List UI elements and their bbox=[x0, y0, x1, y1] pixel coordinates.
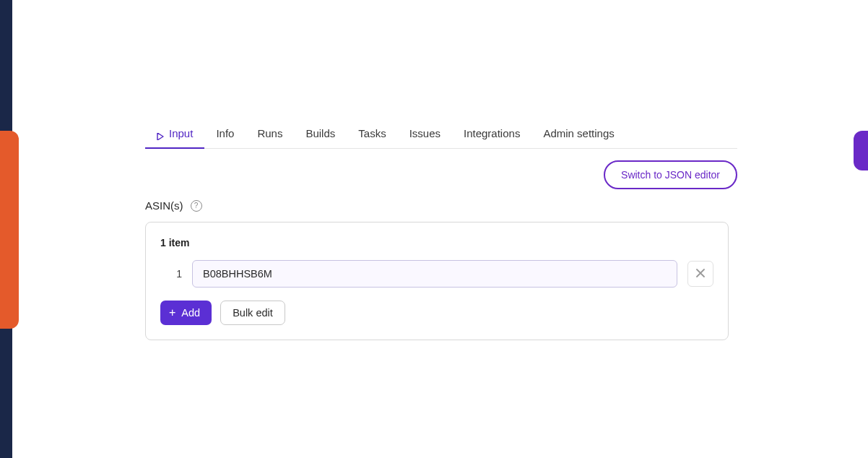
asin-input[interactable] bbox=[192, 260, 677, 288]
svg-marker-0 bbox=[157, 133, 163, 140]
play-icon bbox=[157, 130, 164, 137]
tab-builds[interactable]: Builds bbox=[294, 119, 347, 148]
items-card: 1 item 1 + Add Bulk edit bbox=[145, 222, 729, 340]
tab-label: Integrations bbox=[464, 127, 520, 139]
remove-item-button[interactable] bbox=[687, 261, 713, 287]
tab-input[interactable]: Input bbox=[145, 119, 204, 148]
tab-label: Input bbox=[169, 127, 193, 139]
orange-side-tab[interactable] bbox=[0, 131, 19, 329]
add-label: Add bbox=[181, 307, 200, 319]
field-label-row: ASIN(s) ? bbox=[145, 199, 737, 212]
tab-label: Issues bbox=[409, 127, 440, 139]
close-icon bbox=[696, 267, 705, 280]
bulk-edit-button[interactable]: Bulk edit bbox=[220, 301, 285, 325]
tab-label: Builds bbox=[305, 127, 335, 139]
tab-integrations[interactable]: Integrations bbox=[452, 119, 531, 148]
items-count: 1 item bbox=[160, 237, 713, 249]
toolbar: Switch to JSON editor bbox=[145, 160, 737, 189]
field-label: ASIN(s) bbox=[145, 199, 183, 212]
tab-runs[interactable]: Runs bbox=[246, 119, 294, 148]
tab-info[interactable]: Info bbox=[204, 119, 246, 148]
help-icon[interactable]: ? bbox=[191, 200, 202, 212]
tab-admin-settings[interactable]: Admin settings bbox=[531, 119, 625, 148]
tab-label: Tasks bbox=[358, 127, 386, 139]
tab-tasks[interactable]: Tasks bbox=[347, 119, 397, 148]
item-number: 1 bbox=[160, 268, 182, 280]
item-actions: + Add Bulk edit bbox=[160, 301, 713, 325]
purple-right-tab[interactable] bbox=[854, 131, 868, 170]
switch-json-button[interactable]: Switch to JSON editor bbox=[604, 160, 737, 189]
item-row: 1 bbox=[160, 260, 713, 288]
tab-label: Runs bbox=[257, 127, 282, 139]
main-content: Input Info Runs Builds Tasks Issues Inte… bbox=[145, 119, 737, 340]
plus-icon: + bbox=[169, 307, 175, 319]
tab-bar: Input Info Runs Builds Tasks Issues Inte… bbox=[145, 119, 737, 149]
tab-label: Admin settings bbox=[543, 127, 614, 139]
add-button[interactable]: + Add bbox=[160, 301, 212, 325]
tab-issues[interactable]: Issues bbox=[398, 119, 452, 148]
tab-label: Info bbox=[216, 127, 234, 139]
